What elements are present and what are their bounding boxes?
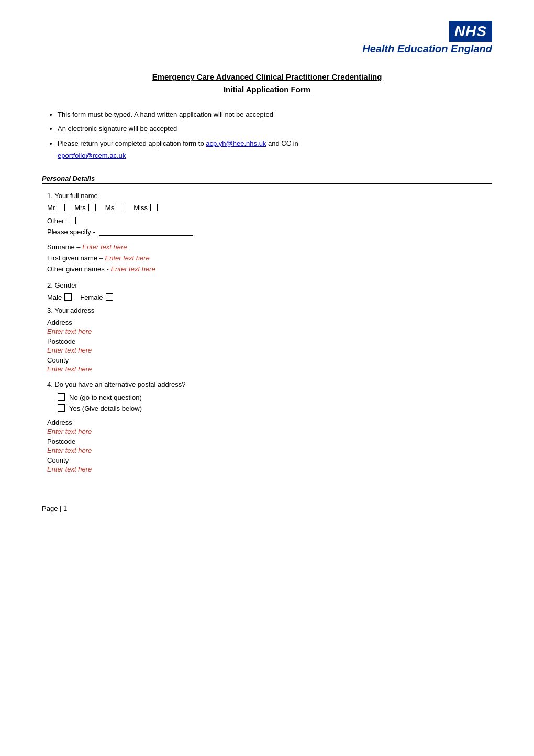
hee-brand-text: Health Education England [362,43,492,55]
title-mr-item: Mr [47,204,65,212]
q2-label: 2. Gender [47,281,492,289]
title-miss-label: Miss [134,204,148,212]
q3-address-label: Address [47,319,492,326]
specify-row: Please specify - [47,228,492,236]
q4-county-value[interactable]: Enter text here [47,465,492,473]
gender-male-label: Male [47,293,62,301]
title-mr-label: Mr [47,204,55,212]
personal-details-section: 1. Your full name Mr Mrs Ms Miss Other P… [42,192,492,473]
acp-email-link[interactable]: acp.yh@hee.nhs.uk [206,139,266,147]
specify-label: Please specify - [47,228,95,236]
other-given-label: Other given names - [47,265,109,273]
nhs-brand-text: NHS [449,21,492,42]
gender-row: Male Female [47,293,492,301]
q4-no-label: No (go to next question) [69,393,142,401]
q4-yes-label: Yes (Give details below) [69,404,142,412]
other-given-row: Other given names - Enter text here [47,265,492,273]
q4-address-block: Address Enter text here Postcode Enter t… [47,419,492,473]
q4-yes-option: Yes (Give details below) [47,404,492,412]
title-mrs-checkbox[interactable] [88,204,96,211]
title-mrs-item: Mrs [74,204,96,212]
surname-value[interactable]: Enter text here [82,243,127,251]
q4-address-label: Address [47,419,492,426]
q3-block: 3. Your address Address Enter text here … [47,306,492,373]
q4-yes-checkbox[interactable] [58,404,65,412]
eportfolio-email-link[interactable]: eportfolio@rcem.ac.uk [58,151,126,159]
title-ms-label: Ms [105,204,114,212]
gender-female-label: Female [80,293,103,301]
q3-county-value[interactable]: Enter text here [47,365,492,373]
intro-bullet-1: This form must be typed. A hand written … [58,108,492,120]
q3-address-block: Address Enter text here Postcode Enter t… [47,319,492,373]
form-title-line2: Initial Application Form [224,85,310,94]
personal-details-header: Personal Details [42,174,492,184]
page-footer: Page | 1 [42,505,492,512]
q4-no-option: No (go to next question) [47,393,492,401]
nhs-logo: NHS Health Education England [362,21,492,55]
title-miss-checkbox[interactable] [150,204,158,211]
form-title-block: Emergency Care Advanced Clinical Practit… [42,71,492,96]
specify-input-line[interactable] [99,235,193,236]
first-given-value[interactable]: Enter text here [105,254,150,262]
title-checkboxes-row: Mr Mrs Ms Miss [47,204,492,212]
q4-postcode-value[interactable]: Enter text here [47,446,492,454]
other-label: Other [47,217,64,225]
q3-label: 3. Your address [47,306,492,314]
q3-county-label: County [47,356,492,364]
q4-no-checkbox[interactable] [58,393,65,401]
q1-label: 1. Your full name [47,192,492,200]
q3-postcode-label: Postcode [47,337,492,345]
q3-postcode-value[interactable]: Enter text here [47,346,492,354]
title-ms-checkbox[interactable] [117,204,124,211]
title-mrs-label: Mrs [74,204,86,212]
intro-list: This form must be typed. A hand written … [42,108,492,162]
other-title-checkbox[interactable] [69,217,76,224]
other-given-value[interactable]: Enter text here [110,265,155,273]
surname-row: Surname – Enter text here [47,243,492,251]
title-ms-item: Ms [105,204,124,212]
q4-county-label: County [47,456,492,464]
other-title-row: Other [47,217,492,225]
gender-male-item: Male [47,293,72,301]
first-given-label: First given name – [47,254,103,262]
q4-label: 4. Do you have an alternative postal add… [47,380,492,388]
page-number: Page | 1 [42,505,67,512]
title-miss-item: Miss [134,204,158,212]
gender-female-item: Female [80,293,113,301]
q4-address-value[interactable]: Enter text here [47,428,492,435]
q3-address-value[interactable]: Enter text here [47,327,492,335]
surname-label: Surname – [47,243,81,251]
intro-bullet-2: An electronic signature will be accepted [58,123,492,135]
first-given-row: First given name – Enter text here [47,254,492,262]
intro-bullet-3: Please return your completed application… [58,137,492,162]
form-title-line1: Emergency Care Advanced Clinical Practit… [152,72,382,81]
title-mr-checkbox[interactable] [58,204,65,211]
q4-postcode-label: Postcode [47,437,492,445]
page-header: NHS Health Education England [42,21,492,55]
q4-block: 4. Do you have an alternative postal add… [47,380,492,473]
gender-female-checkbox[interactable] [106,293,113,301]
gender-male-checkbox[interactable] [64,293,72,301]
